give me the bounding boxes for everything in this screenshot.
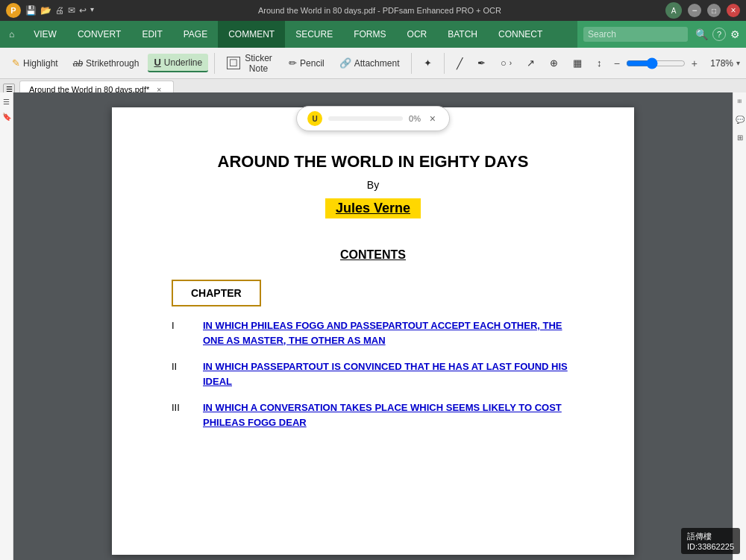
search-input[interactable] (583, 27, 688, 42)
stamp-button[interactable]: ✦ (418, 54, 438, 72)
menu-item-batch[interactable]: BATCH (437, 21, 488, 48)
layers-button[interactable]: ⊞ (734, 131, 746, 143)
profile-icon[interactable]: A (665, 2, 682, 19)
attachment-button[interactable]: 🔗 Attachment (333, 54, 406, 72)
email-icon[interactable]: ✉ (68, 5, 75, 16)
shapes-button[interactable]: ○ › (495, 54, 518, 72)
zoom-out-button[interactable]: − (611, 56, 623, 71)
pdf-page: AROUND THE WORLD IN EIGHTY DAYS By Jules… (112, 107, 634, 555)
chapter-link-2[interactable]: IN WHICH PASSEPARTOUT IS CONVINCED THAT … (203, 359, 574, 388)
chapter-num-2: II (172, 361, 194, 372)
redact-icon: ▦ (573, 57, 582, 69)
pdf-title: AROUND THE WORLD IN EIGHTY DAYS (218, 152, 529, 171)
menu-item-edit[interactable]: EDIT (131, 21, 172, 48)
watermark: 語傳樓 ID:33862225 (681, 528, 740, 554)
highlight-button[interactable]: ✎ Highlight (6, 54, 64, 72)
thumbnails-button[interactable]: ☰ (1, 95, 13, 107)
pencil-label: Pencil (300, 58, 325, 69)
menu-item-connect[interactable]: CONNECT (488, 21, 553, 48)
sticker-note-icon: ☐ (227, 57, 240, 69)
arrow-button[interactable]: ↗ (521, 54, 541, 72)
stamp-icon: ✦ (424, 57, 432, 69)
underline-icon: U (154, 57, 160, 68)
attachment-icon: 🔗 (339, 57, 351, 69)
app-icon: P (6, 3, 21, 18)
zoom-section: − + 178% ▾ (611, 56, 740, 71)
zoom-value: 178% (703, 58, 733, 69)
maximize-button[interactable]: □ (707, 4, 721, 17)
menu-item-ocr[interactable]: OCR (397, 21, 438, 48)
progress-close-button[interactable]: × (427, 113, 439, 125)
highlight-label: Highlight (23, 58, 58, 69)
chapter-num-1: I (172, 320, 194, 331)
print-icon[interactable]: 🖨 (55, 5, 64, 16)
arrow-icon: ↗ (527, 57, 535, 69)
comment-toolbar: ✎ Highlight ab Strikethrough U Underline… (0, 48, 746, 79)
menu-item-forms[interactable]: FORMS (343, 21, 396, 48)
close-button[interactable]: × (727, 4, 740, 17)
title-bar: P 💾 📂 🖨 ✉ ↩ ▾ Around the World in 80 day… (0, 0, 746, 21)
minimize-button[interactable]: − (688, 4, 701, 17)
separator-2 (411, 53, 412, 74)
pdf-by: By (172, 179, 574, 191)
save-icon[interactable]: 💾 (25, 5, 37, 16)
title-bar-actions: 💾 📂 🖨 ✉ ↩ ▾ (25, 5, 94, 16)
sticker-note-button[interactable]: ☐ Sticker Note (221, 50, 280, 77)
menu-item-page[interactable]: PAGE (173, 21, 218, 48)
measure-icon: ⊕ (550, 57, 558, 69)
pen-icon: ✒ (477, 57, 486, 69)
transform-icon: ↕ (597, 57, 602, 69)
zoom-in-button[interactable]: + (689, 56, 700, 71)
author-center: Jules Verne (172, 198, 574, 218)
shapes-icon: ○ (501, 57, 507, 69)
menu-item-home[interactable]: ⌂ (0, 21, 23, 48)
menu-bar: ⌂ VIEW CONVERT EDIT PAGE COMMENT SECURE … (0, 21, 746, 48)
zoom-slider[interactable] (626, 57, 686, 69)
left-sidebar: ☰ 🔖 (0, 92, 13, 560)
menu-item-convert[interactable]: CONVERT (67, 21, 131, 48)
undo-icon[interactable]: ↩ (79, 5, 87, 16)
zoom-dropdown-icon[interactable]: ▾ (736, 59, 740, 67)
separator-3 (444, 53, 445, 74)
line-button[interactable]: ╱ (451, 54, 468, 72)
menu-item-secure[interactable]: SECURE (285, 21, 343, 48)
highlight-icon: ✎ (12, 57, 20, 69)
pdf-contents-label: CONTENTS (172, 248, 574, 262)
strikethrough-icon: ab (73, 58, 83, 69)
transform-button[interactable]: ↕ (591, 54, 608, 72)
properties-button[interactable]: ≡ (734, 95, 746, 107)
pen-button[interactable]: ✒ (471, 54, 492, 72)
separator-1 (214, 53, 215, 74)
title-bar-left: P 💾 📂 🖨 ✉ ↩ ▾ (6, 3, 94, 18)
measure-button[interactable]: ⊕ (544, 54, 564, 72)
bookmarks-button[interactable]: 🔖 (1, 110, 13, 122)
help-icon[interactable]: ? (712, 28, 726, 41)
chapter-row-3: III IN WHICH A CONVERSATION TAKES PLACE … (172, 400, 574, 430)
chapter-row-2: II IN WHICH PASSEPARTOUT IS CONVINCED TH… (172, 359, 574, 388)
redact-button[interactable]: ▦ (567, 54, 588, 72)
open-icon[interactable]: 📂 (40, 5, 51, 16)
pdf-author: Jules Verne (325, 198, 421, 218)
progress-popup: U 0% × (296, 106, 450, 131)
window-title: Around the World in 80 days.pdf - PDFsam… (94, 6, 665, 15)
menu-item-view[interactable]: VIEW (23, 21, 67, 48)
menu-item-comment[interactable]: COMMENT (218, 21, 285, 48)
chapter-num-3: III (172, 402, 194, 413)
watermark-line1: 語傳樓 (687, 531, 734, 542)
underline-button[interactable]: U Underline (148, 54, 208, 72)
strikethrough-label: Strikethrough (86, 58, 139, 69)
progress-percent: 0% (409, 114, 421, 123)
chapter-link-1[interactable]: IN WHICH PHILEAS FOGG AND PASSEPARTOUT A… (203, 318, 574, 347)
search-icon[interactable]: 🔍 (695, 28, 708, 40)
chapter-link-3[interactable]: IN WHICH A CONVERSATION TAKES PLACE WHIC… (203, 400, 574, 430)
pencil-button[interactable]: ✏ Pencil (283, 54, 330, 72)
underline-label: Underline (164, 57, 202, 68)
right-sidebar: ≡ 💬 ⊞ (733, 92, 746, 560)
watermark-line2: ID:33862225 (687, 542, 734, 551)
settings-icon[interactable]: ⚙ (730, 28, 740, 40)
comments-panel-button[interactable]: 💬 (734, 113, 746, 125)
content-area: U 0% × AROUND THE WORLD IN EIGHTY DAYS B… (13, 92, 733, 560)
chapter-box-label: CHAPTER (172, 280, 261, 306)
strikethrough-button[interactable]: ab Strikethrough (67, 55, 145, 72)
chapter-row-1: I IN WHICH PHILEAS FOGG AND PASSEPARTOUT… (172, 318, 574, 347)
